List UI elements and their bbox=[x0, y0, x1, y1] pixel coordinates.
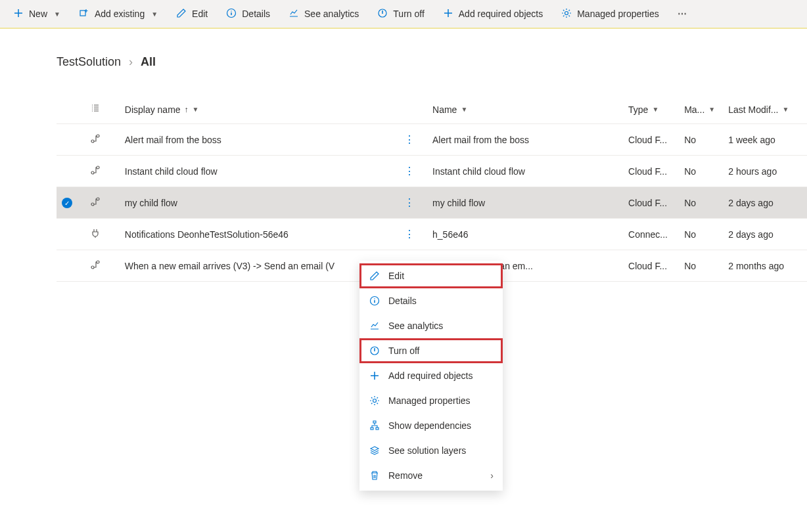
column-name[interactable]: Name ▼ bbox=[427, 95, 623, 124]
edit-button[interactable]: Edit bbox=[168, 4, 216, 24]
display-name-cell[interactable]: my child flow bbox=[120, 187, 400, 219]
svg-point-8 bbox=[91, 203, 94, 206]
column-managed[interactable]: Ma... ▼ bbox=[679, 95, 723, 124]
chevron-down-icon: ▼ bbox=[151, 11, 158, 18]
row-select-cell[interactable] bbox=[57, 219, 85, 250]
type-cell: Connec... bbox=[623, 219, 679, 250]
add-required-label: Add required objects bbox=[459, 9, 543, 19]
chart-icon bbox=[288, 8, 299, 20]
menu-edit[interactable]: Edit bbox=[359, 263, 503, 282]
type-cell: Cloud F... bbox=[623, 250, 679, 282]
main-content: TestSolution › All Display name ↑ ▼ Name… bbox=[0, 29, 807, 282]
table-row[interactable]: Instant child cloud flow⋮Instant child c… bbox=[57, 156, 807, 187]
table-row[interactable]: ✓my child flow⋮my child flowCloud F...No… bbox=[57, 187, 807, 219]
breadcrumb-parent[interactable]: TestSolution bbox=[57, 55, 121, 69]
details-label: Details bbox=[242, 9, 270, 19]
display-name-cell[interactable]: Instant child cloud flow bbox=[120, 156, 400, 187]
checkmark-icon: ✓ bbox=[62, 198, 72, 208]
svg-point-5 bbox=[97, 135, 99, 137]
managed-properties-label: Managed properties bbox=[577, 9, 659, 19]
managed-cell: No bbox=[679, 219, 723, 250]
table-row[interactable]: Notifications DeonheTestSolution-56e46⋮h… bbox=[57, 219, 807, 250]
display-name-cell[interactable]: Alert mail from the boss bbox=[120, 124, 400, 156]
row-type-icon bbox=[85, 187, 120, 219]
see-analytics-button[interactable]: See analytics bbox=[281, 4, 367, 24]
add-required-button[interactable]: Add required objects bbox=[435, 4, 551, 24]
overflow-button[interactable]: ⋯ bbox=[670, 5, 696, 23]
row-type-icon bbox=[85, 219, 120, 250]
row-more-button[interactable]: ⋮ bbox=[399, 156, 427, 187]
row-type-icon bbox=[85, 156, 120, 187]
display-name-cell[interactable]: When a new email arrives (V3) -> Send an… bbox=[120, 250, 400, 282]
row-select-cell[interactable] bbox=[57, 250, 85, 282]
plus-icon bbox=[443, 8, 453, 20]
more-horizontal-icon: ⋯ bbox=[678, 9, 688, 19]
context-menu: Edit Details See analytics Turn off Add … bbox=[359, 261, 503, 282]
svg-point-11 bbox=[97, 261, 99, 263]
menu-edit-label: Edit bbox=[388, 271, 404, 281]
sort-up-icon: ↑ bbox=[185, 105, 189, 114]
info-icon bbox=[226, 8, 237, 20]
table-row[interactable]: Alert mail from the boss⋮Alert mail from… bbox=[57, 124, 807, 156]
list-icon bbox=[90, 103, 101, 114]
chevron-down-icon: ▼ bbox=[54, 11, 60, 18]
more-vertical-icon: ⋮ bbox=[404, 229, 415, 240]
new-label: New bbox=[29, 9, 47, 19]
pencil-icon bbox=[176, 8, 187, 20]
modified-cell: 2 hours ago bbox=[723, 156, 807, 187]
column-format[interactable] bbox=[85, 95, 120, 124]
type-cell: Cloud F... bbox=[623, 156, 679, 187]
gear-icon bbox=[561, 8, 572, 20]
chevron-down-icon: ▼ bbox=[461, 106, 467, 113]
row-more-button[interactable]: ⋮ bbox=[399, 187, 427, 219]
svg-point-3 bbox=[565, 11, 568, 14]
svg-point-7 bbox=[97, 166, 99, 169]
svg-point-10 bbox=[91, 266, 94, 269]
add-existing-button[interactable]: Add existing ▼ bbox=[71, 4, 166, 24]
svg-point-6 bbox=[91, 171, 94, 174]
display-name-cell[interactable]: Notifications DeonheTestSolution-56e46 bbox=[120, 219, 400, 250]
type-cell: Cloud F... bbox=[623, 124, 679, 156]
row-type-icon bbox=[85, 124, 120, 156]
column-actions bbox=[399, 95, 427, 124]
see-analytics-label: See analytics bbox=[304, 9, 359, 19]
row-type-icon bbox=[85, 250, 120, 282]
row-select-cell[interactable] bbox=[57, 156, 85, 187]
name-cell: my child flow bbox=[427, 187, 623, 219]
more-vertical-icon: ⋮ bbox=[404, 134, 415, 145]
name-cell: Instant child cloud flow bbox=[427, 156, 623, 187]
add-existing-icon bbox=[79, 8, 89, 20]
row-more-button[interactable]: ⋮ bbox=[399, 219, 427, 250]
modified-cell: 1 week ago bbox=[723, 124, 807, 156]
chevron-down-icon: ▼ bbox=[193, 106, 199, 113]
managed-cell: No bbox=[679, 250, 723, 282]
row-more-button[interactable]: ⋮ bbox=[399, 124, 427, 156]
chevron-down-icon: ▼ bbox=[708, 106, 715, 113]
row-select-cell[interactable]: ✓ bbox=[57, 187, 85, 219]
managed-properties-button[interactable]: Managed properties bbox=[553, 4, 667, 24]
chevron-down-icon: ▼ bbox=[783, 106, 789, 113]
breadcrumb-separator: › bbox=[129, 55, 133, 69]
name-cell: h_56e46 bbox=[427, 219, 623, 250]
column-display-name[interactable]: Display name ↑ ▼ bbox=[120, 95, 400, 124]
turn-off-button[interactable]: Turn off bbox=[369, 4, 432, 24]
column-select[interactable] bbox=[57, 95, 85, 124]
managed-cell: No bbox=[679, 124, 723, 156]
plus-icon bbox=[13, 8, 24, 20]
modified-cell: 2 days ago bbox=[723, 219, 807, 250]
breadcrumb-current: All bbox=[141, 55, 156, 69]
column-last-modified[interactable]: Last Modif... ▼ bbox=[723, 95, 807, 124]
column-type[interactable]: Type ▼ bbox=[623, 95, 679, 124]
chevron-down-icon: ▼ bbox=[652, 106, 658, 113]
command-bar: New ▼ Add existing ▼ Edit Details See an… bbox=[0, 0, 807, 29]
turn-off-label: Turn off bbox=[393, 9, 424, 19]
details-button[interactable]: Details bbox=[218, 4, 278, 24]
svg-point-4 bbox=[91, 140, 94, 143]
new-button[interactable]: New ▼ bbox=[5, 4, 68, 24]
edit-label: Edit bbox=[192, 9, 208, 19]
solution-table: Display name ↑ ▼ Name ▼ Type ▼ Ma... ▼ L… bbox=[57, 95, 807, 282]
row-select-cell[interactable] bbox=[57, 124, 85, 156]
add-existing-label: Add existing bbox=[95, 9, 145, 19]
breadcrumb: TestSolution › All bbox=[57, 55, 807, 69]
more-vertical-icon: ⋮ bbox=[404, 166, 415, 177]
